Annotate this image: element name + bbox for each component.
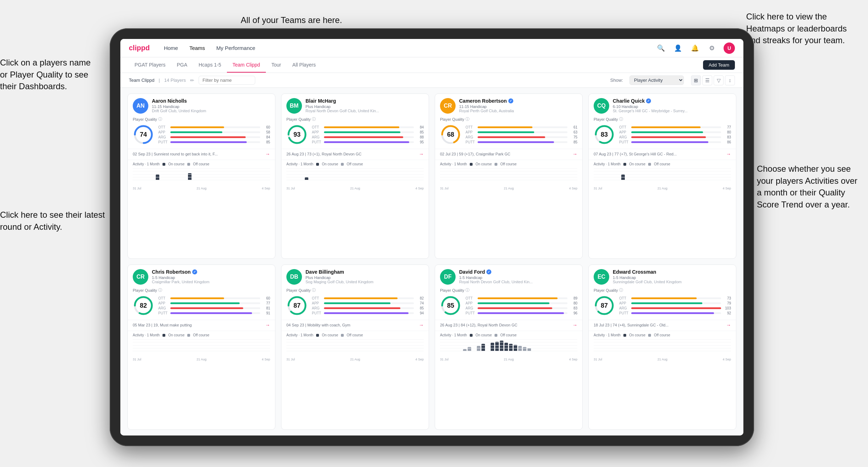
card-body: Player Quality ⓘ 83 OTT 77 <box>589 116 736 149</box>
player-name[interactable]: David Ford ✓ <box>459 269 577 275</box>
player-name[interactable]: Edward Crossman <box>613 269 731 275</box>
score-circle[interactable]: 87 <box>594 295 615 316</box>
score-circle[interactable]: 93 <box>286 124 308 145</box>
on-course-label: On course <box>322 162 338 166</box>
user-avatar[interactable]: U <box>724 42 735 54</box>
add-team-button[interactable]: Add Team <box>703 60 735 70</box>
round-text: 26 Aug 23 | 73 (+1), Royal North Devon G… <box>286 152 419 156</box>
filter-input[interactable] <box>199 76 255 85</box>
player-card[interactable]: CR Chris Robertson ✓ 1-5 Handicap Craigm… <box>127 264 275 430</box>
stat-bar-bg <box>478 126 567 128</box>
score-circle[interactable]: 82 <box>133 295 154 316</box>
chart-bar-empty <box>612 351 616 351</box>
activity-section: Activity · 1 Month On course Off course … <box>589 160 736 193</box>
round-arrow[interactable]: → <box>419 151 424 157</box>
latest-round[interactable]: 26 Aug 23 | 73 (+1), Royal North Devon G… <box>281 149 429 160</box>
player-info: David Ford ✓ 1-5 Handicap Royal North De… <box>459 269 577 284</box>
chart-bar-empty <box>342 180 345 180</box>
stat-value-ott: 77 <box>723 125 731 129</box>
activity-section: Activity · 1 Month On course Off course … <box>128 160 275 193</box>
player-card[interactable]: BM Blair McHarg Plus Handicap Royal Nort… <box>281 93 429 259</box>
subnav-all-players[interactable]: All Players <box>287 57 321 73</box>
list-view-btn[interactable]: ☰ <box>702 75 712 85</box>
activity-section: Activity · 1 Month On course Off course … <box>589 331 736 364</box>
player-card[interactable]: EC Edward Crossman 1-5 Handicap Sunningd… <box>588 264 736 430</box>
grid-view-btn[interactable]: ⊞ <box>691 75 701 85</box>
player-card[interactable]: CR Cameron Robertson ✓ 11-15 Handicap Ro… <box>435 93 583 259</box>
round-arrow[interactable]: → <box>726 322 731 328</box>
stat-bar <box>324 312 409 314</box>
player-name[interactable]: Cameron Robertson ✓ <box>459 98 577 104</box>
activity-header: Activity · 1 Month On course Off course <box>133 333 270 337</box>
player-name[interactable]: Dave Billingham <box>305 269 424 275</box>
latest-round[interactable]: 05 Mar 23 | 19, Must make putting → <box>128 320 275 331</box>
subnav-pgat[interactable]: PGAT Players <box>129 57 171 73</box>
latest-round[interactable]: 07 Aug 23 | 77 (+7), St George's Hill GC… <box>589 149 736 160</box>
score-circle[interactable]: 68 <box>440 124 461 145</box>
player-name[interactable]: Blair McHarg <box>305 98 424 104</box>
sort-btn[interactable]: ↕ <box>725 75 735 85</box>
stat-label-ott: OTT <box>619 296 629 300</box>
stat-row-ott: OTT 60 <box>158 296 270 300</box>
off-course-dot <box>495 334 497 337</box>
latest-round[interactable]: 02 Sep 23 | Sunniest round to get back i… <box>128 149 275 160</box>
chart-bar-empty <box>681 180 685 180</box>
user-icon[interactable]: 👤 <box>673 43 683 53</box>
player-name[interactable]: Chris Robertson ✓ <box>152 269 270 275</box>
off-course-dot <box>187 163 190 166</box>
stat-value-putt: 86 <box>723 140 731 144</box>
chart-bar-empty <box>332 180 336 180</box>
activity-header: Activity · 1 Month On course Off course <box>286 162 424 166</box>
player-name[interactable]: Charlie Quick ✓ <box>613 98 731 104</box>
player-card[interactable]: DF David Ford ✓ 1-5 Handicap Royal North… <box>435 264 583 430</box>
edit-icon[interactable]: ✏ <box>190 78 194 83</box>
subnav-tour[interactable]: Tour <box>266 57 287 73</box>
grid-line <box>440 171 577 171</box>
latest-round[interactable]: 02 Jul 23 | 59 (+17), Craigmillar Park G… <box>435 149 582 160</box>
search-icon[interactable]: 🔍 <box>656 43 666 53</box>
view-icons: ⊞ ☰ ▽ ↕ <box>691 75 735 85</box>
show-select[interactable]: Player Activity Quality Score Trend <box>629 75 684 85</box>
stat-value-ott: 61 <box>570 125 577 129</box>
nav-home[interactable]: Home <box>164 44 178 52</box>
player-card[interactable]: DB Dave Billingham Plus Handicap Sog Mag… <box>281 264 429 430</box>
chart-grid <box>286 339 424 351</box>
stat-bar <box>324 302 390 304</box>
player-club: St. George's Hill GC - Weybridge - Surre… <box>613 109 731 113</box>
stat-value-ott: 73 <box>723 296 731 300</box>
chart-bar-empty <box>156 351 159 351</box>
stat-row-arg: ARG 83 <box>466 306 577 310</box>
score-circle[interactable]: 87 <box>286 295 308 316</box>
score-circle[interactable]: 83 <box>594 124 615 145</box>
settings-icon[interactable]: ⚙ <box>707 43 717 53</box>
stat-label-putt: PUTT <box>158 311 168 315</box>
round-arrow[interactable]: → <box>265 151 270 157</box>
latest-round[interactable]: 04 Sep 23 | Mobility with coach, Gym → <box>281 320 429 331</box>
nav-performance[interactable]: My Performance <box>216 44 255 52</box>
logo[interactable]: clippd <box>129 44 150 52</box>
stat-row-putt: PUTT 95 <box>312 140 424 144</box>
nav-teams[interactable]: Teams <box>189 44 205 52</box>
latest-round[interactable]: 26 Aug 23 | 84 (+12), Royal North Devon … <box>435 320 582 331</box>
score-circle[interactable]: 74 <box>133 124 154 145</box>
round-arrow[interactable]: → <box>572 322 577 328</box>
round-arrow[interactable]: → <box>572 151 577 157</box>
round-arrow[interactable]: → <box>265 322 270 328</box>
player-card[interactable]: AN Aaron Nicholls 11-15 Handicap Drift G… <box>127 93 275 259</box>
score-number: 83 <box>601 131 608 138</box>
stat-row-app: APP 85 <box>312 130 424 134</box>
chart-bar-empty <box>640 180 643 180</box>
round-arrow[interactable]: → <box>419 322 424 328</box>
filter-btn[interactable]: ▽ <box>714 75 724 85</box>
player-name[interactable]: Aaron Nicholls <box>152 98 270 104</box>
subnav-pga[interactable]: PGA <box>171 57 193 73</box>
stat-bar-bg <box>170 126 260 128</box>
chart-bar <box>500 341 503 351</box>
subnav-hcaps[interactable]: Hcaps 1-5 <box>193 57 227 73</box>
latest-round[interactable]: 18 Jul 23 | 74 (+4), Sunningdale GC - Ol… <box>589 320 736 331</box>
bell-icon[interactable]: 🔔 <box>690 43 700 53</box>
round-arrow[interactable]: → <box>726 151 731 157</box>
subnav-team-clippd[interactable]: Team Clippd <box>227 57 266 73</box>
player-card[interactable]: CQ Charlie Quick ✓ 6-10 Handicap St. Geo… <box>588 93 736 259</box>
score-circle[interactable]: 85 <box>440 295 461 316</box>
